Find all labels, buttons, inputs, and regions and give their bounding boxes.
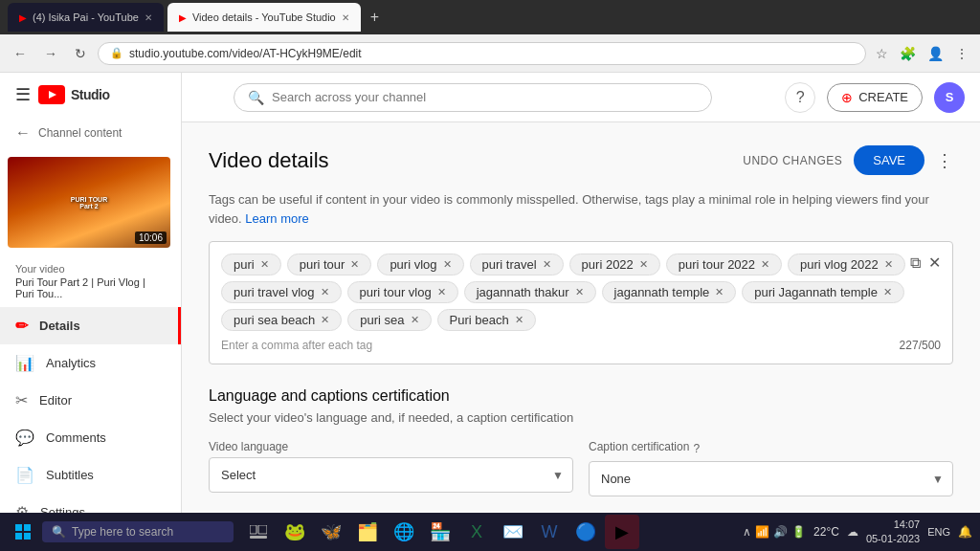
- language-form-row: Video language Select English Hindi ▼ Ca…: [209, 440, 953, 496]
- video-language-select[interactable]: Select English Hindi: [209, 457, 573, 493]
- tag-remove-button[interactable]: ✕: [637, 259, 650, 270]
- new-tab-button[interactable]: +: [365, 9, 385, 26]
- forward-button[interactable]: →: [38, 42, 63, 65]
- more-options-button[interactable]: ⋮: [936, 150, 953, 171]
- tab-close-1[interactable]: ✕: [145, 12, 152, 23]
- tag-item: Puri beach✕: [437, 309, 536, 331]
- svg-rect-2: [15, 524, 22, 531]
- tag-item: puri travel vlog✕: [221, 281, 342, 303]
- caption-certification-group: Caption certification ? None This conten…: [589, 440, 953, 496]
- tag-remove-button[interactable]: ✕: [319, 287, 331, 298]
- taskbar-app-mail[interactable]: ✉️: [496, 515, 530, 549]
- chevron-up-icon[interactable]: ∧: [743, 525, 751, 539]
- tab-close-2[interactable]: ✕: [342, 12, 349, 23]
- tag-remove-button[interactable]: ✕: [441, 259, 454, 270]
- tag-item: puri sea✕: [347, 309, 431, 331]
- taskbar-app-yt[interactable]: ▶: [605, 515, 639, 549]
- video-thumbnail[interactable]: PURI TOURPart 2 10:06: [8, 157, 170, 248]
- tag-remove-button[interactable]: ✕: [409, 315, 421, 325]
- speaker-icon[interactable]: 🔊: [773, 525, 788, 539]
- tags-actions: ⧉ ✕: [908, 252, 943, 274]
- tag-remove-button[interactable]: ✕: [513, 315, 525, 325]
- tag-item: puri vlog✕: [377, 253, 463, 276]
- header-right: ? ⊕ CREATE S: [785, 82, 965, 113]
- address-bar[interactable]: 🔒 studio.youtube.com/video/AT-HCykH9ME/e…: [98, 42, 866, 65]
- help-button[interactable]: ?: [785, 82, 815, 113]
- caption-help-icon[interactable]: ?: [693, 442, 700, 455]
- yt-studio-logo: Studio: [38, 85, 110, 104]
- tag-remove-button[interactable]: ✕: [348, 259, 361, 270]
- tab-isika[interactable]: ▶ (4) Isika Pai - YouTube ✕: [8, 3, 164, 32]
- copy-tags-button[interactable]: ⧉: [908, 252, 923, 274]
- clear-tags-button[interactable]: ✕: [926, 252, 943, 274]
- tag-remove-button[interactable]: ✕: [713, 287, 725, 298]
- user-profile-button[interactable]: 👤: [924, 42, 947, 65]
- taskbar-clock[interactable]: 14:07 05-01-2023: [866, 518, 920, 547]
- taskbar-search-icon: 🔍: [52, 525, 66, 539]
- sidebar-item-comments[interactable]: 💬 Comments: [0, 419, 181, 456]
- battery-icon[interactable]: 🔋: [791, 525, 806, 539]
- tag-remove-button[interactable]: ✕: [541, 259, 553, 270]
- taskbar-time: 14:07: [866, 518, 920, 532]
- taskbar-app-excel[interactable]: X: [459, 515, 494, 549]
- search-input[interactable]: [272, 90, 698, 104]
- tag-remove-button[interactable]: ✕: [573, 287, 586, 298]
- youtube-icon: [38, 85, 65, 104]
- sidebar-item-details[interactable]: ✏ Details: [0, 307, 181, 344]
- hamburger-button[interactable]: ☰: [15, 84, 31, 105]
- subtitles-icon: 📄: [15, 466, 34, 484]
- undo-changes-button[interactable]: UNDO CHANGES: [743, 154, 842, 167]
- tag-remove-button[interactable]: ✕: [881, 287, 894, 298]
- tag-remove-button[interactable]: ✕: [258, 259, 271, 270]
- tab-video-details[interactable]: ▶ Video details - YouTube Studio ✕: [167, 3, 361, 32]
- taskbar-app-files[interactable]: 🗂️: [350, 515, 385, 549]
- create-button[interactable]: ⊕ CREATE: [827, 83, 923, 112]
- back-button[interactable]: ←: [8, 42, 33, 65]
- caption-certification-select[interactable]: None This content has never aired on tel…: [589, 461, 953, 496]
- taskbar-app-store[interactable]: 🏪: [423, 515, 457, 549]
- extensions-button[interactable]: 🧩: [896, 42, 920, 65]
- tag-item: puri 2022✕: [569, 253, 660, 276]
- tag-item: jagannath temple✕: [602, 281, 737, 303]
- sidebar-item-analytics[interactable]: 📊 Analytics: [0, 344, 181, 382]
- user-avatar[interactable]: S: [934, 82, 965, 113]
- tag-remove-button[interactable]: ✕: [759, 259, 771, 270]
- tag-remove-button[interactable]: ✕: [435, 287, 448, 298]
- back-arrow-icon: ←: [15, 124, 31, 142]
- refresh-button[interactable]: ↻: [69, 42, 92, 65]
- taskbar: 🔍 Type here to search 🐸 🦋 🗂️ 🌐 🏪 X ✉️ W …: [0, 513, 980, 551]
- save-button[interactable]: SAVE: [854, 145, 924, 175]
- system-tray-icons: ∧ 📶 🔊 🔋: [743, 525, 806, 539]
- sidebar-item-subtitles[interactable]: 📄 Subtitles: [0, 456, 181, 494]
- taskbar-app-chrome[interactable]: 🔵: [568, 515, 603, 549]
- svg-rect-3: [24, 524, 31, 531]
- video-language-group: Video language Select English Hindi ▼: [209, 440, 573, 496]
- taskbar-app-emoji[interactable]: 🐸: [278, 515, 312, 549]
- taskbar-search[interactable]: 🔍 Type here to search: [42, 521, 234, 542]
- notification-icon[interactable]: 🔔: [958, 525, 972, 539]
- browser-actions: ☆ 🧩 👤 ⋮: [872, 42, 972, 65]
- taskbar-app-emoji2[interactable]: 🦋: [314, 515, 348, 549]
- your-video-label: Your video: [15, 263, 166, 275]
- channel-content-nav[interactable]: ← Channel content: [0, 117, 181, 149]
- svg-rect-6: [250, 525, 256, 534]
- taskbar-app-taskview[interactable]: [241, 515, 276, 549]
- bookmark-button[interactable]: ☆: [872, 42, 892, 65]
- caption-label: Caption certification: [589, 440, 689, 453]
- taskbar-app-icons: 🐸 🦋 🗂️ 🌐 🏪 X ✉️ W 🔵 ▶: [241, 515, 639, 549]
- comments-icon: 💬: [15, 429, 34, 447]
- page-title: Video details: [209, 148, 329, 173]
- taskbar-app-word[interactable]: W: [532, 515, 567, 549]
- sidebar-item-editor[interactable]: ✂ Editor: [0, 382, 181, 419]
- tag-remove-button[interactable]: ✕: [319, 315, 331, 325]
- tag-remove-button[interactable]: ✕: [882, 259, 895, 270]
- network-icon[interactable]: 📶: [755, 525, 769, 539]
- learn-more-link[interactable]: Learn more: [245, 211, 308, 226]
- tag-item: puri sea beach✕: [221, 309, 342, 331]
- taskbar-app-browser[interactable]: 🌐: [387, 515, 421, 549]
- menu-button[interactable]: ⋮: [951, 42, 972, 65]
- windows-icon: [15, 524, 31, 540]
- svg-rect-8: [250, 536, 267, 539]
- start-button[interactable]: [8, 520, 38, 543]
- tag-item: puri tour✕: [287, 253, 372, 276]
